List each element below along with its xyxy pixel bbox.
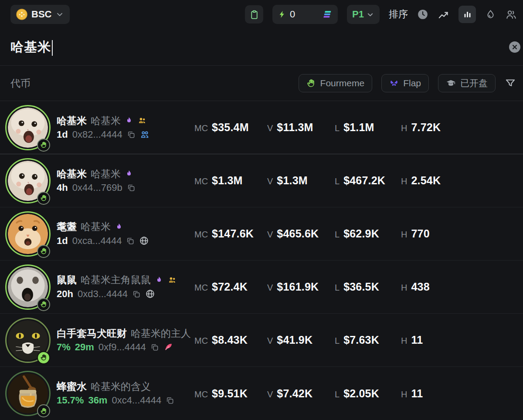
token-name[interactable]: 哈基米 bbox=[57, 116, 87, 126]
website-globe-icon[interactable] bbox=[139, 236, 149, 246]
mc-value: $1.3M bbox=[212, 174, 242, 187]
v-label: V bbox=[267, 176, 273, 186]
l-label: L bbox=[335, 390, 340, 400]
token-name[interactable]: 耄耋 bbox=[57, 222, 77, 232]
token-age: 36m bbox=[88, 396, 107, 405]
v-value: $7.42K bbox=[277, 387, 312, 400]
mc-value: $8.43K bbox=[212, 334, 248, 346]
token-list: 哈基米 哈基米 1d 0x82...4444 MC$35.4M V$11.3M … bbox=[0, 101, 523, 420]
mc-value: $147.6K bbox=[212, 227, 254, 240]
clear-x-icon bbox=[512, 44, 518, 50]
preset-label: P1 bbox=[352, 9, 364, 20]
token-name[interactable]: 蜂蜜水 bbox=[57, 382, 87, 392]
chain-selector[interactable]: BSC bbox=[10, 5, 70, 24]
clear-search-button[interactable] bbox=[509, 41, 520, 53]
h-label: H bbox=[401, 123, 407, 133]
fourmeme-hand-badge-icon bbox=[37, 351, 50, 364]
copy-icon[interactable] bbox=[166, 396, 174, 405]
people-icon[interactable] bbox=[505, 9, 517, 20]
flap-butterfly-icon bbox=[389, 78, 399, 88]
token-avatar[interactable] bbox=[5, 371, 51, 416]
v-label: V bbox=[267, 336, 273, 346]
fourmeme-hand-badge-icon bbox=[37, 139, 50, 152]
l-label: L bbox=[335, 123, 340, 133]
feather-pink-icon[interactable] bbox=[163, 342, 173, 352]
v-value: $41.9K bbox=[277, 334, 312, 346]
h-value: 7.72K bbox=[411, 121, 441, 134]
token-avatar[interactable] bbox=[5, 264, 51, 310]
token-address: 0x82...4444 bbox=[72, 130, 122, 139]
bar-chart-view-button[interactable] bbox=[458, 6, 476, 23]
copy-icon[interactable] bbox=[132, 290, 141, 298]
v-value: $465.6K bbox=[277, 227, 319, 240]
copy-icon[interactable] bbox=[150, 343, 159, 352]
token-stats: MC$72.4K V$161.9K L$36.5K H438 bbox=[194, 281, 513, 293]
token-avatar[interactable] bbox=[5, 105, 51, 150]
paste-button[interactable] bbox=[245, 5, 263, 24]
token-fullname: 哈基米 bbox=[91, 169, 121, 179]
token-fullname: 哈基米的含义 bbox=[91, 382, 151, 392]
search-value: 哈基米 bbox=[10, 40, 51, 54]
token-row[interactable]: 哈基米 哈基米 1d 0x82...4444 MC$35.4M V$11.3M … bbox=[0, 101, 523, 154]
fourmeme-hand-badge-icon bbox=[37, 404, 50, 417]
v-value: $1.3M bbox=[277, 174, 307, 187]
l-label: L bbox=[335, 176, 340, 186]
token-row[interactable]: 白手套马犬旺财 哈基米的主人 7% 29m 0xf9...4444 MC$8.4… bbox=[0, 314, 523, 367]
line-chart-icon[interactable] bbox=[438, 9, 449, 20]
mc-label: MC bbox=[194, 390, 208, 400]
token-age: 29m bbox=[75, 342, 94, 352]
v-label: V bbox=[267, 390, 273, 400]
boost-filter[interactable]: 0 bbox=[272, 5, 338, 24]
token-avatar[interactable] bbox=[5, 318, 51, 363]
l-value: $62.9K bbox=[343, 227, 379, 240]
mc-label: MC bbox=[194, 123, 208, 133]
token-row[interactable]: 鼠鼠 哈基米主角鼠鼠 20h 0xd3...4444 MC$72.4K V$16… bbox=[0, 261, 523, 314]
clipboard-icon bbox=[249, 10, 259, 20]
search-input[interactable]: 哈基米 bbox=[10, 38, 53, 56]
filter-fourmeme-button[interactable]: Fourmeme bbox=[299, 74, 373, 92]
token-name[interactable]: 鼠鼠 bbox=[57, 275, 77, 285]
token-avatar[interactable] bbox=[5, 158, 51, 203]
copy-icon[interactable] bbox=[127, 183, 136, 192]
token-name[interactable]: 白手套马犬旺财 bbox=[57, 329, 127, 339]
fourmeme-hand-icon bbox=[306, 78, 316, 88]
fourmeme-hand-badge-icon bbox=[37, 192, 50, 205]
bar-chart-icon bbox=[463, 10, 472, 19]
h-value: 770 bbox=[411, 227, 429, 240]
funnel-icon[interactable] bbox=[505, 78, 516, 89]
droplet-icon[interactable] bbox=[485, 9, 496, 20]
token-age: 4h bbox=[57, 183, 68, 193]
token-row[interactable]: 哈基米 哈基米 4h 0x44...769b MC$1.3M V$1.3M L$… bbox=[0, 154, 523, 207]
h-label: H bbox=[401, 336, 407, 346]
token-stats: MC$147.6K V$465.6K L$62.9K H770 bbox=[194, 227, 513, 240]
community-blue-icon[interactable] bbox=[140, 130, 149, 139]
token-name[interactable]: 哈基米 bbox=[57, 169, 87, 179]
flame-icon bbox=[125, 169, 133, 179]
token-age: 1d bbox=[57, 130, 68, 139]
fourmeme-hand-badge-icon bbox=[37, 245, 50, 258]
flame-icon bbox=[155, 275, 163, 285]
filter-flap-button[interactable]: Flap bbox=[381, 74, 429, 92]
flame-icon bbox=[115, 222, 123, 232]
copy-icon[interactable] bbox=[127, 130, 136, 139]
token-progress: 7% bbox=[57, 342, 71, 352]
token-avatar[interactable] bbox=[5, 211, 51, 257]
lightning-icon bbox=[278, 10, 286, 19]
website-globe-icon[interactable] bbox=[145, 289, 155, 299]
search-bar: 哈基米 bbox=[0, 29, 523, 66]
token-stats: MC$8.43K V$41.9K L$7.63K H11 bbox=[194, 334, 513, 346]
token-fullname: 哈基米主角鼠鼠 bbox=[81, 275, 151, 285]
top-bar-actions: 0 P1 排序 bbox=[245, 5, 517, 24]
filter-flap-label: Flap bbox=[403, 78, 421, 88]
v-label: V bbox=[267, 123, 273, 133]
graduation-cap-icon bbox=[446, 78, 456, 88]
sort-button[interactable]: 排序 bbox=[389, 8, 408, 21]
preset-selector[interactable]: P1 bbox=[347, 5, 380, 24]
flame-icon bbox=[125, 116, 133, 125]
filter-listed-button[interactable]: 已开盘 bbox=[438, 74, 496, 92]
token-row[interactable]: 蜂蜜水 哈基米的含义 15.7% 36m 0xc4...4444 MC$9.51… bbox=[0, 367, 523, 420]
token-row[interactable]: 耄耋 哈基米 1d 0xca...4444 MC$147.6K V$465.6K… bbox=[0, 207, 523, 261]
copy-icon[interactable] bbox=[126, 237, 135, 245]
clock-icon[interactable] bbox=[417, 9, 428, 20]
l-value: $1.1M bbox=[343, 121, 374, 134]
